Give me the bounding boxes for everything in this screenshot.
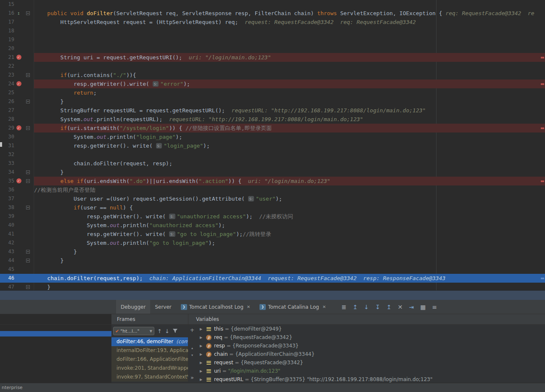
fold-column[interactable] bbox=[24, 238, 34, 247]
code-line-47[interactable]: 47− } bbox=[0, 283, 545, 290]
fold-marker-icon[interactable]: − bbox=[26, 170, 30, 174]
fold-column[interactable] bbox=[24, 141, 34, 150]
code-text[interactable]: System.out.println(requestURL); requestU… bbox=[34, 115, 545, 124]
fold-marker-icon[interactable]: − bbox=[26, 11, 30, 15]
code-line-26[interactable]: 26− } bbox=[0, 97, 545, 106]
line-number[interactable]: 29 bbox=[0, 124, 14, 132]
variable-row-this[interactable]: ▶this = {demoFilter@2949} bbox=[196, 325, 545, 333]
fold-column[interactable] bbox=[24, 0, 34, 9]
breakpoint-stripe-mark[interactable] bbox=[541, 57, 544, 58]
gutter-icon-slot[interactable] bbox=[14, 62, 24, 71]
gutter-icon-slot[interactable] bbox=[14, 88, 24, 97]
code-text[interactable] bbox=[34, 35, 545, 44]
breakpoint-stripe-mark[interactable] bbox=[541, 127, 544, 129]
code-line-21[interactable]: 21 String uri = request.getRequestURI();… bbox=[0, 53, 545, 62]
code-text[interactable] bbox=[34, 26, 545, 35]
gutter-icon-slot[interactable] bbox=[14, 185, 24, 194]
variable-row-resp[interactable]: ▶presp = {ResponseFacade@3343} bbox=[196, 342, 545, 350]
close-all-icon[interactable]: ✕ bbox=[398, 304, 403, 310]
line-number[interactable]: 42 bbox=[0, 238, 14, 247]
code-line-25[interactable]: 25 return; bbox=[0, 88, 545, 97]
fold-column[interactable] bbox=[24, 44, 34, 53]
line-number[interactable]: 15 bbox=[0, 0, 14, 9]
code-line-15[interactable]: 15 bbox=[0, 0, 545, 9]
tab-tomcat-localhost-log[interactable]: ❯Tomcat Localhost Log✕ bbox=[176, 300, 255, 314]
gutter-icon-slot[interactable] bbox=[14, 150, 24, 159]
gutter-icon-slot[interactable] bbox=[14, 194, 24, 203]
expand-arrow-icon[interactable]: ▶ bbox=[200, 336, 206, 339]
code-line-33[interactable]: 33 chain.doFilter(request, resp); bbox=[0, 159, 545, 168]
fold-marker-icon[interactable]: − bbox=[26, 126, 30, 130]
gutter-icon-slot[interactable] bbox=[14, 18, 24, 26]
import-icon[interactable]: ↧ bbox=[375, 304, 380, 310]
fold-column[interactable] bbox=[24, 265, 34, 274]
code-line-38[interactable]: 38− if(user == null) { bbox=[0, 203, 545, 212]
fold-column[interactable]: − bbox=[24, 124, 34, 132]
code-text[interactable]: chain.doFilter(request, resp); bbox=[34, 159, 545, 168]
gutter-icon-slot[interactable] bbox=[14, 0, 24, 9]
line-number[interactable]: 25 bbox=[0, 88, 14, 97]
expand-arrow-icon[interactable]: ▶ bbox=[200, 344, 206, 348]
gutter-icon-slot[interactable] bbox=[14, 44, 24, 53]
line-number[interactable]: 46 bbox=[0, 274, 14, 283]
fold-column[interactable] bbox=[24, 230, 34, 238]
debug-toolwindow-titlebar[interactable] bbox=[0, 290, 545, 300]
line-number[interactable]: 47 bbox=[0, 283, 14, 290]
line-number[interactable]: 18 bbox=[0, 26, 14, 35]
code-text[interactable]: return; bbox=[34, 88, 545, 97]
fold-marker-icon[interactable]: − bbox=[26, 100, 30, 103]
gutter-icon-slot[interactable] bbox=[14, 35, 24, 44]
breakpoint-stripe-mark[interactable] bbox=[541, 180, 544, 182]
code-text[interactable]: System.out.println("go to login_page"); bbox=[34, 238, 545, 247]
restore-layout-icon[interactable]: ↥ bbox=[353, 304, 358, 310]
override-method-icon[interactable]: ↥ bbox=[17, 9, 20, 18]
breakpoint-icon[interactable] bbox=[16, 55, 21, 60]
code-text[interactable]: } bbox=[34, 247, 545, 256]
filter-icon[interactable] bbox=[172, 328, 178, 334]
gutter-icon-slot[interactable] bbox=[14, 71, 24, 79]
export-icon[interactable]: ↥ bbox=[386, 304, 392, 310]
gutter-icon-slot[interactable] bbox=[14, 221, 24, 230]
code-text[interactable]: } bbox=[34, 168, 545, 177]
line-number[interactable]: 22 bbox=[0, 62, 14, 71]
code-text[interactable]: String uri = request.getRequestURI(); ur… bbox=[34, 53, 545, 62]
code-line-34[interactable]: 34− } bbox=[0, 168, 545, 177]
code-text[interactable]: User user =(User) request.getSession().g… bbox=[34, 194, 545, 203]
code-line-17[interactable]: 17 HttpServletRequest request = (HttpSer… bbox=[0, 18, 545, 26]
fold-column[interactable]: − bbox=[24, 203, 34, 212]
code-text[interactable]: else if(uri.endsWith(".do")||uri.endsWit… bbox=[34, 177, 545, 185]
expand-arrow-icon[interactable]: ▶ bbox=[200, 352, 206, 356]
code-line-19[interactable]: 19 bbox=[0, 35, 545, 44]
gutter-icon-slot[interactable] bbox=[14, 212, 24, 221]
gutter-icon-slot[interactable] bbox=[14, 283, 24, 290]
fold-marker-icon[interactable]: − bbox=[26, 206, 30, 209]
stack-frame-item[interactable]: doFilter:166, ApplicationFilter bbox=[111, 355, 188, 364]
line-number[interactable]: 30 bbox=[0, 132, 14, 141]
gutter-icon-slot[interactable] bbox=[14, 124, 24, 132]
code-line-29[interactable]: 29− if(uri.startsWith("/system/login")) … bbox=[0, 124, 545, 132]
variable-row-request[interactable]: ▶request = {RequestFacade@3342} bbox=[196, 358, 545, 367]
fold-marker-icon[interactable]: − bbox=[26, 179, 30, 183]
fold-column[interactable] bbox=[24, 35, 34, 44]
expand-arrow-icon[interactable]: ▶ bbox=[200, 327, 206, 331]
gutter-icon-slot[interactable] bbox=[14, 177, 24, 185]
fold-column[interactable]: − bbox=[24, 177, 34, 185]
code-text[interactable]: resp.getWriter(). write( s:"login_page")… bbox=[34, 141, 545, 150]
line-number[interactable]: 19 bbox=[0, 35, 14, 44]
code-line-39[interactable]: 39 resp.getWriter(). write( s:"unauthori… bbox=[0, 212, 545, 221]
line-number[interactable]: 36 bbox=[0, 185, 14, 194]
code-text[interactable]: if(user == null) { bbox=[34, 203, 545, 212]
scroll-down-icon[interactable]: ▾ bbox=[191, 352, 193, 358]
code-line-31[interactable]: 31 resp.getWriter(). write( s:"login_pag… bbox=[0, 141, 545, 150]
fold-column[interactable]: − bbox=[24, 283, 34, 290]
expand-arrow-icon[interactable]: ▶ bbox=[200, 361, 206, 365]
line-number[interactable]: 28 bbox=[0, 115, 14, 124]
fold-column[interactable] bbox=[24, 159, 34, 168]
gutter-icon-slot[interactable] bbox=[14, 238, 24, 247]
fold-column[interactable]: − bbox=[24, 256, 34, 265]
fold-column[interactable] bbox=[24, 26, 34, 35]
gutter-icon-slot[interactable] bbox=[14, 230, 24, 238]
code-line-43[interactable]: 43− } bbox=[0, 247, 545, 256]
gutter-icon-slot[interactable] bbox=[14, 141, 24, 150]
line-number[interactable]: 23 bbox=[0, 71, 14, 79]
